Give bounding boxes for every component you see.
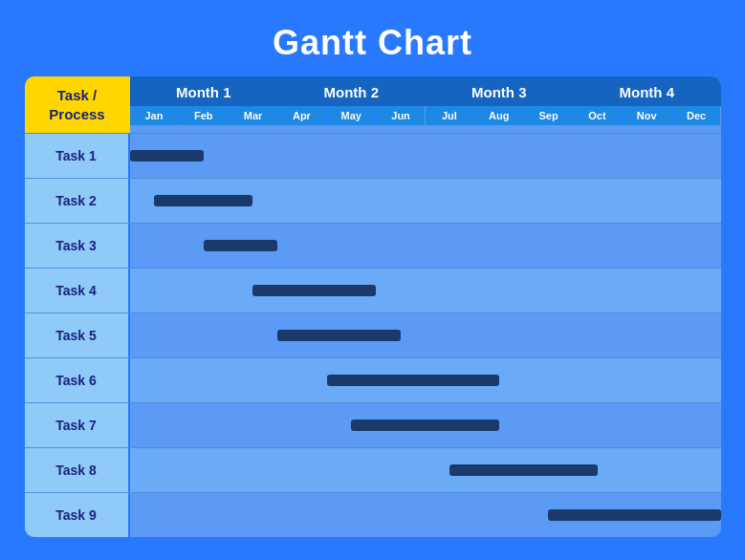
sub-month-2-2: Sep bbox=[523, 106, 573, 125]
data-row-1: Task 2 bbox=[25, 178, 721, 223]
task-cell-6: Task 7 bbox=[25, 403, 130, 447]
month-label-3: Month 4 bbox=[573, 76, 721, 106]
gantt-area-8 bbox=[130, 493, 721, 537]
task-cell-1: Task 2 bbox=[25, 179, 130, 223]
task-cell-5: Task 6 bbox=[25, 358, 130, 402]
gantt-area-1 bbox=[130, 179, 721, 223]
sub-month-0-1: Feb bbox=[178, 106, 228, 125]
month-label-1: Month 2 bbox=[277, 76, 426, 106]
task-cell-4: Task 5 bbox=[25, 313, 130, 357]
gantt-area-3 bbox=[130, 269, 721, 312]
sub-month-3-0: Oct bbox=[573, 106, 622, 125]
task-header: Task / Process bbox=[25, 76, 130, 133]
sub-month-2-0: Jul bbox=[426, 106, 474, 125]
data-row-3: Task 4 bbox=[25, 268, 721, 312]
chart-wrapper: Task / Process Month 1JanFebMarMonth 2Ap… bbox=[25, 76, 721, 537]
gantt-bar-4 bbox=[277, 330, 401, 341]
gantt-area-5 bbox=[130, 358, 721, 402]
gantt-bar-2 bbox=[204, 240, 277, 251]
sub-months-2: JulAugSep bbox=[426, 106, 574, 125]
header-row: Task / Process Month 1JanFebMarMonth 2Ap… bbox=[25, 76, 721, 133]
sub-months-0: JanFebMar bbox=[130, 106, 278, 125]
month-label-2: Month 3 bbox=[426, 76, 574, 106]
sub-month-3-1: Nov bbox=[622, 106, 671, 125]
gantt-chart-container: Gantt Chart Task / Process Month 1JanFeb… bbox=[10, 8, 736, 552]
gantt-bar-0 bbox=[130, 150, 204, 162]
gantt-area-0 bbox=[130, 134, 721, 178]
months-header: Month 1JanFebMarMonth 2AprMayJunMonth 3J… bbox=[130, 76, 721, 133]
sub-month-3-2: Dec bbox=[671, 106, 721, 125]
task-cell-3: Task 4 bbox=[25, 269, 130, 312]
sub-month-2-1: Aug bbox=[473, 106, 523, 125]
data-rows: Task 1Task 2Task 3Task 4Task 5Task 6Task… bbox=[25, 133, 721, 537]
gantt-area-7 bbox=[130, 448, 721, 492]
gantt-bar-5 bbox=[327, 375, 499, 386]
sub-month-0-2: Mar bbox=[228, 106, 277, 125]
data-row-2: Task 3 bbox=[25, 223, 721, 268]
sub-month-0-0: Jan bbox=[130, 106, 179, 125]
chart-title: Gantt Chart bbox=[25, 23, 721, 63]
gantt-bar-7 bbox=[449, 464, 598, 476]
month-block-3: Month 4OctNovDec bbox=[573, 76, 721, 133]
gantt-bar-8 bbox=[548, 509, 720, 521]
sub-month-1-0: Apr bbox=[277, 106, 326, 125]
sub-month-1-1: May bbox=[326, 106, 376, 125]
data-row-6: Task 7 bbox=[25, 402, 721, 447]
gantt-area-6 bbox=[130, 403, 721, 447]
data-row-4: Task 5 bbox=[25, 312, 721, 357]
data-row-0: Task 1 bbox=[25, 133, 721, 178]
month-block-1: Month 2AprMayJun bbox=[277, 76, 426, 133]
month-block-0: Month 1JanFebMar bbox=[130, 76, 278, 133]
sub-month-1-2: Jun bbox=[376, 106, 426, 125]
data-row-7: Task 8 bbox=[25, 447, 721, 492]
task-cell-7: Task 8 bbox=[25, 448, 130, 492]
sub-months-1: AprMayJun bbox=[277, 106, 426, 125]
task-cell-0: Task 1 bbox=[25, 134, 130, 178]
gantt-bar-1 bbox=[154, 195, 252, 206]
task-cell-8: Task 9 bbox=[25, 493, 130, 537]
gantt-area-2 bbox=[130, 224, 721, 268]
gantt-area-4 bbox=[130, 313, 721, 357]
month-label-0: Month 1 bbox=[130, 76, 278, 106]
month-block-2: Month 3JulAugSep bbox=[426, 76, 574, 133]
gantt-bar-6 bbox=[351, 420, 499, 431]
gantt-bar-3 bbox=[252, 285, 376, 296]
task-cell-2: Task 3 bbox=[25, 224, 130, 268]
data-row-8: Task 9 bbox=[25, 492, 721, 537]
data-row-5: Task 6 bbox=[25, 357, 721, 402]
sub-months-3: OctNovDec bbox=[573, 106, 721, 125]
